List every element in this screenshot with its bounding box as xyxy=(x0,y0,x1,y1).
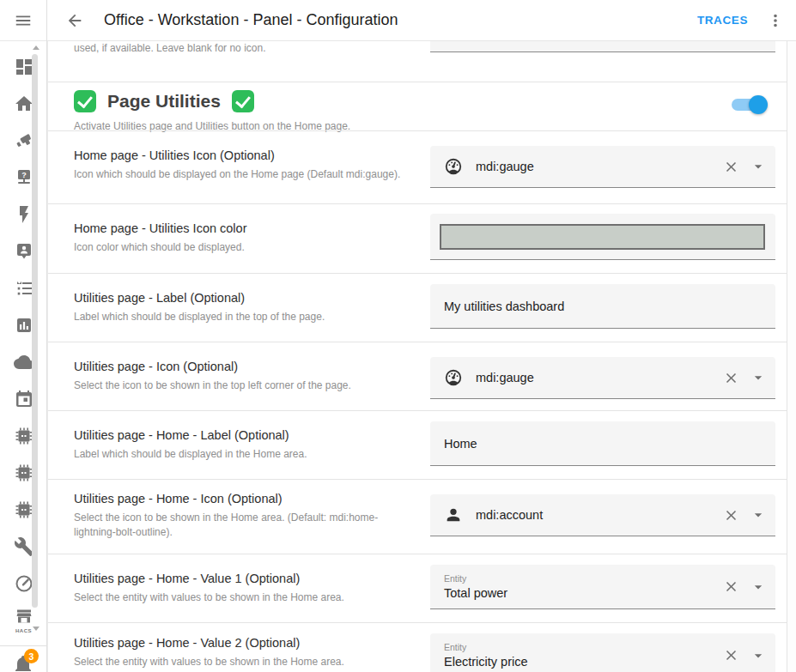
text-input-field[interactable]: Home xyxy=(430,421,775,466)
toggle-thumb xyxy=(749,95,768,114)
todo-list-icon xyxy=(14,278,34,299)
config-row-utilities-label: Utilities page - Label (Optional) Label … xyxy=(48,273,787,342)
sidebar-item-chip-1[interactable] xyxy=(0,417,47,454)
clear-icon[interactable] xyxy=(723,159,739,175)
svg-text:?: ? xyxy=(21,170,27,179)
sidebar-menu-button[interactable] xyxy=(0,0,46,41)
chip-icon xyxy=(14,463,34,483)
home-icon xyxy=(14,94,34,114)
wrench-icon xyxy=(14,536,34,557)
sidebar-item-network[interactable]: ? xyxy=(0,159,47,196)
clipped-field[interactable] xyxy=(430,41,775,52)
sidebar-item-gauge[interactable] xyxy=(0,565,47,602)
utilities-toggle[interactable] xyxy=(732,95,766,114)
sidebar-item-dashboard[interactable] xyxy=(0,48,47,85)
config-row-home-icon: Utilities page - Home - Icon (Optional) … xyxy=(48,479,787,554)
overflow-menu-button[interactable] xyxy=(760,5,791,36)
dropdown-caret-icon[interactable] xyxy=(739,369,767,386)
sidebar-item-chip-3[interactable] xyxy=(0,491,47,528)
config-row-home-utilities-icon: Home page - Utilities Icon (Optional) Ic… xyxy=(48,130,787,203)
field-value: Electricity price xyxy=(444,655,723,669)
text-input-field[interactable]: My utilities dashboard xyxy=(430,284,775,329)
traces-button[interactable]: TRACES xyxy=(697,14,748,27)
row-description: Select the entity with values to be show… xyxy=(74,590,409,605)
sidebar-item-home[interactable] xyxy=(0,85,47,122)
main-scrollbar[interactable] xyxy=(787,41,796,672)
row-label: Utilities page - Home - Value 2 (Optiona… xyxy=(74,636,409,650)
account-icon xyxy=(444,506,463,524)
row-description: Label which should be displayed in the t… xyxy=(74,310,409,324)
chip-icon xyxy=(14,499,34,520)
sidebar-item-chip-2[interactable] xyxy=(0,454,47,491)
clipped-row: used, if available. Leave blank for no i… xyxy=(48,41,787,82)
field-value: mdi:account xyxy=(476,508,723,522)
dropdown-caret-icon[interactable] xyxy=(739,578,767,596)
row-label: Utilities page - Home - Label (Optional) xyxy=(74,428,409,442)
field-value: Home xyxy=(444,437,762,451)
icon-picker-field[interactable]: mdi:gauge xyxy=(430,146,775,188)
entity-picker-field[interactable]: Entity Electricity price xyxy=(430,633,775,672)
hacs-label: HACS xyxy=(15,628,32,633)
sidebar-item-todo[interactable] xyxy=(0,269,47,306)
hacs-store-icon xyxy=(14,607,34,627)
sidebar-item-history[interactable] xyxy=(0,306,47,343)
color-picker-field[interactable] xyxy=(430,214,775,260)
config-row-home-label: Utilities page - Home - Label (Optional)… xyxy=(48,410,787,479)
dropdown-caret-icon[interactable] xyxy=(739,647,767,664)
section-page-utilities: Page Utilities Activate Utilities page a… xyxy=(48,82,787,130)
row-description: Label which should be displayed in the H… xyxy=(74,447,409,462)
dropdown-caret-icon[interactable] xyxy=(739,158,767,175)
row-description: Icon color which should be displayed. xyxy=(74,240,409,255)
field-value: mdi:gauge xyxy=(476,371,723,384)
lightning-bolt-icon xyxy=(14,204,34,225)
sidebar-item-hacs[interactable]: HACS xyxy=(0,602,47,639)
view-dashboard-icon xyxy=(14,57,34,77)
field-value: mdi:gauge xyxy=(476,160,723,173)
row-description: Select the entity with values to be show… xyxy=(74,655,409,669)
sidebar-item-energy[interactable] xyxy=(0,196,47,233)
row-label: Utilities page - Home - Value 1 (Optiona… xyxy=(74,572,409,585)
sidebar-item-tools[interactable] xyxy=(0,528,47,565)
cctv-icon xyxy=(14,130,34,151)
chart-box-icon xyxy=(14,315,34,336)
icon-picker-field[interactable]: mdi:account xyxy=(430,494,775,536)
config-form: used, if available. Leave blank for no i… xyxy=(47,41,787,672)
sidebar-item-cloud[interactable] xyxy=(0,343,47,380)
entity-picker-field[interactable]: Entity Total power xyxy=(430,565,775,609)
cloud-icon xyxy=(14,352,34,372)
back-button[interactable] xyxy=(59,5,90,36)
green-check-icon xyxy=(74,90,96,112)
field-value: Total power xyxy=(444,586,723,600)
clear-icon[interactable] xyxy=(723,647,739,663)
sidebar-notifications[interactable]: 3 xyxy=(0,645,47,672)
network-question-icon: ? xyxy=(14,167,34,188)
top-app-bar: Office - Workstation - Panel - Configura… xyxy=(47,0,796,41)
config-row-icon-color: Home page - Utilities Icon color Icon co… xyxy=(48,203,787,273)
clear-icon[interactable] xyxy=(723,507,739,524)
row-label: Utilities page - Icon (Optional) xyxy=(74,360,409,373)
gauge-icon xyxy=(444,368,463,387)
gauge-outline-icon xyxy=(14,573,34,594)
row-description: Icon which should be displayed on the Ho… xyxy=(74,167,409,182)
page-title: Office - Workstation - Panel - Configura… xyxy=(104,11,697,29)
icon-picker-field[interactable]: mdi:gauge xyxy=(430,357,775,399)
field-value: My utilities dashboard xyxy=(444,300,762,313)
sidebar-item-cameras[interactable] xyxy=(0,122,47,159)
entity-field-label: Entity xyxy=(444,642,723,652)
app-window: ? xyxy=(0,0,796,672)
sidebar-item-assist[interactable] xyxy=(0,233,47,269)
green-check-icon xyxy=(232,90,254,112)
config-row-home-value-2: Utilities page - Home - Value 2 (Optiona… xyxy=(48,622,787,672)
entity-field-label: Entity xyxy=(444,573,723,584)
section-title: Page Utilities xyxy=(107,91,221,112)
clear-icon[interactable] xyxy=(723,370,739,386)
notification-badge: 3 xyxy=(24,649,39,663)
sidebar: ? xyxy=(0,0,47,672)
kebab-menu-icon xyxy=(766,11,785,30)
chip-icon xyxy=(14,426,34,446)
clear-icon[interactable] xyxy=(723,578,739,595)
gauge-icon xyxy=(444,157,463,176)
color-swatch[interactable] xyxy=(440,224,765,250)
dropdown-caret-icon[interactable] xyxy=(739,506,767,524)
sidebar-item-calendar[interactable] xyxy=(0,380,47,417)
